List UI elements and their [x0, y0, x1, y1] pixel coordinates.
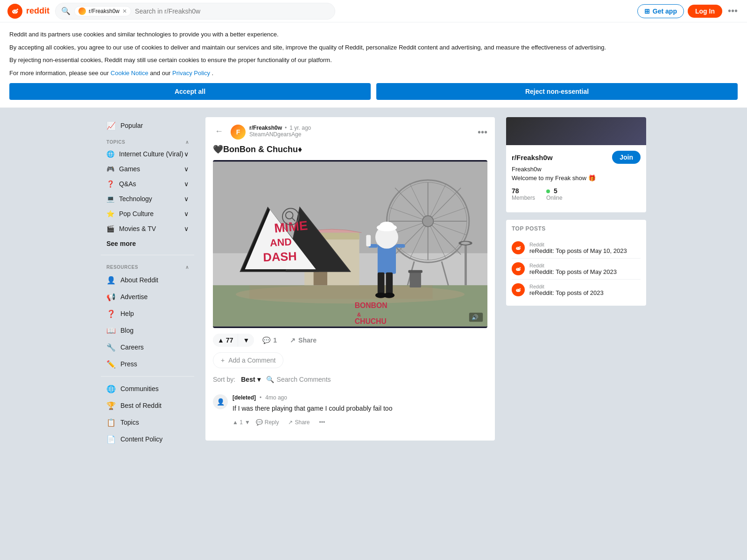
cookie-text-1: Reddit and its partners use cookies and …: [9, 30, 738, 39]
topic-chevron-icon: ∨: [184, 195, 189, 203]
post-options-button[interactable]: •••: [478, 127, 487, 138]
sort-chevron-icon: ▾: [257, 376, 261, 383]
resource-icon: ✏️: [106, 359, 116, 369]
upvote-count: 77: [226, 336, 233, 344]
comment-share-button[interactable]: ↗ Share: [284, 417, 313, 427]
bottom-item-icon: 📋: [106, 418, 116, 427]
sidebar-item-topic-3[interactable]: 💻 Technology ∨: [101, 191, 194, 206]
search-comments-button[interactable]: 🔍 Search Comments: [266, 376, 331, 383]
privacy-policy-link[interactable]: Privacy Policy: [172, 70, 210, 77]
topics-collapse-icon[interactable]: ∧: [185, 140, 189, 145]
share-icon: ↗: [290, 336, 296, 344]
add-comment-button[interactable]: + Add a Comment: [213, 352, 283, 368]
sidebar-item-popular[interactable]: 📈 Popular: [101, 117, 194, 134]
subreddit-name[interactable]: r/Freaksh0w: [249, 125, 282, 131]
header-actions: ⊞ Get app Log In •••: [637, 4, 740, 18]
topic-chevron-icon: ∨: [184, 210, 189, 217]
svg-text:&: &: [357, 311, 361, 317]
main-content: ← F r/Freaksh0w • 1 yr. ago SteamANDgear…: [205, 117, 495, 448]
sidebar-item-resource-0[interactable]: 👤 About Reddit: [101, 272, 194, 288]
top-post-title: reReddit: Top posts of May 2023: [529, 268, 617, 275]
post-image: MIME AND DASH: [213, 160, 487, 328]
sidebar-item-bottom-0[interactable]: 🌐 Communities: [101, 380, 194, 397]
resource-icon: 🔧: [106, 343, 116, 352]
search-tag-remove-icon[interactable]: ✕: [122, 8, 127, 14]
comment: 👤 [deleted] • 4mo ago If I was there pla…: [213, 389, 487, 433]
comments-button[interactable]: 💬 1: [258, 334, 282, 347]
sort-select[interactable]: Best ▾: [241, 376, 260, 383]
resource-label: Advertise: [120, 293, 148, 301]
reject-non-essential-button[interactable]: Reject non-essential: [376, 83, 738, 100]
topics-header: TOPICS ∧: [101, 134, 194, 147]
share-button[interactable]: ↗ Share: [285, 334, 321, 347]
top-post-source: Reddit: [529, 242, 627, 247]
sidebar-item-resource-3[interactable]: 📖 Blog: [101, 322, 194, 339]
bottom-item-label: Topics: [120, 419, 139, 426]
join-button[interactable]: Join: [612, 151, 641, 164]
top-post-item[interactable]: Reddit reReddit: Top posts of 2023: [512, 280, 641, 300]
topic-chevron-icon: ∨: [184, 165, 189, 173]
sidebar-item-topic-1[interactable]: 🎮 Games ∨: [101, 161, 194, 176]
svg-point-3: [16, 11, 17, 12]
sidebar-item-topic-4[interactable]: ⭐ Pop Culture ∨: [101, 206, 194, 221]
resources-collapse-icon[interactable]: ∧: [185, 265, 189, 270]
login-button[interactable]: Log In: [688, 5, 722, 18]
post-author: SteamANDgearsAge: [249, 131, 311, 138]
resource-label: Careers: [120, 343, 144, 351]
svg-rect-51: [408, 270, 422, 273]
top-posts-title: TOP POSTS: [512, 225, 641, 232]
search-tag[interactable]: r/Freaksh0w ✕: [74, 6, 131, 16]
comments-count: 1: [273, 336, 277, 344]
header: reddit 🔍 r/Freaksh0w ✕ ⊞ Get app Log In …: [0, 0, 747, 22]
top-posts-list: Reddit reReddit: Top posts of May 10, 20…: [512, 238, 641, 300]
topic-label: Internet Culture (Viral): [119, 150, 183, 158]
svg-point-64: [517, 269, 518, 270]
top-post-item[interactable]: Reddit reReddit: Top posts of May 10, 20…: [512, 238, 641, 259]
accept-all-button[interactable]: Accept all: [9, 83, 371, 100]
sidebar-left: 📈 Popular TOPICS ∧ 🌐 Internet Culture (V…: [101, 117, 194, 448]
top-posts-card: TOP POSTS Reddit reReddit: Top posts of …: [506, 220, 646, 306]
get-app-button[interactable]: ⊞ Get app: [637, 4, 684, 18]
search-bar[interactable]: 🔍 r/Freaksh0w ✕: [55, 3, 335, 20]
sidebar-item-topic-5[interactable]: 🎬 Movies & TV ∨: [101, 221, 194, 236]
downvote-button[interactable]: ▼: [238, 334, 254, 347]
comment-author: [deleted]: [233, 394, 256, 401]
resource-label: About Reddit: [120, 276, 158, 284]
topic-icon: 🎬: [106, 225, 114, 232]
sidebar-item-bottom-1[interactable]: 🏆 Best of Reddit: [101, 397, 194, 414]
bottom-item-label: Best of Reddit: [120, 402, 162, 409]
comment-more-button[interactable]: •••: [316, 417, 329, 427]
reddit-logo-icon: [7, 4, 22, 19]
cookie-notice-link[interactable]: Cookie Notice: [111, 70, 148, 77]
sidebar-item-topic-0[interactable]: 🌐 Internet Culture (Viral) ∨: [101, 147, 194, 161]
sidebar-item-resource-2[interactable]: ❓ Help: [101, 305, 194, 322]
post-card: ← F r/Freaksh0w • 1 yr. ago SteamANDgear…: [205, 117, 495, 441]
post-title: 🖤BonBon & Chuchu♦: [213, 144, 487, 154]
sidebar-item-topic-2[interactable]: ❓ Q&As ∨: [101, 176, 194, 191]
resource-label: Help: [120, 310, 134, 317]
top-post-item[interactable]: Reddit reReddit: Top posts of May 2023: [512, 259, 641, 280]
sidebar-item-bottom-2[interactable]: 📋 Topics: [101, 414, 194, 431]
upvote-icon: ▲: [218, 336, 224, 344]
see-more-button[interactable]: See more: [101, 236, 194, 251]
comment-actions: ▲ 1 ▼ 💬 Reply ↗ Share •••: [233, 417, 487, 427]
sidebar-item-resource-1[interactable]: 📢 Advertise: [101, 288, 194, 305]
comment-reply-button[interactable]: 💬 Reply: [252, 417, 283, 427]
search-input[interactable]: [135, 7, 329, 15]
more-options-button[interactable]: •••: [726, 4, 740, 18]
sort-bar: Sort by: Best ▾ 🔍 Search Comments: [213, 376, 487, 383]
reddit-wordmark: reddit: [26, 6, 49, 16]
members-count: 78: [512, 187, 535, 195]
logo[interactable]: reddit: [7, 4, 49, 19]
community-header-image: [506, 117, 646, 145]
sidebar-item-resource-5[interactable]: ✏️ Press: [101, 356, 194, 372]
svg-text:CHUCHU: CHUCHU: [355, 317, 387, 325]
sidebar-item-bottom-3[interactable]: 📄 Content Policy: [101, 431, 194, 448]
post-meta-text: r/Freaksh0w • 1 yr. ago SteamANDgearsAge: [249, 125, 311, 138]
sidebar-divider: [101, 255, 194, 255]
upvote-button[interactable]: ▲ 77: [213, 334, 238, 347]
back-button[interactable]: ←: [213, 125, 225, 138]
comment-upvote-button[interactable]: ▲ 1: [233, 419, 243, 426]
comment-downvote-button[interactable]: ▼: [245, 419, 250, 426]
sidebar-item-resource-4[interactable]: 🔧 Careers: [101, 339, 194, 356]
